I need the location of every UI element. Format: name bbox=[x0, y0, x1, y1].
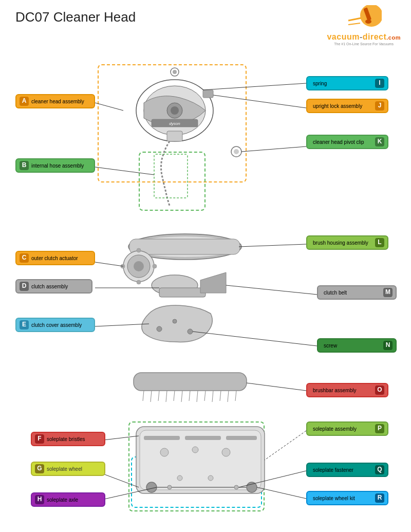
badge-A-text: cleaner head assembly bbox=[31, 98, 84, 105]
badge-O: brushbar assembly O bbox=[306, 383, 388, 397]
badge-E: E clutch cover assembly bbox=[15, 318, 95, 332]
badge-D: D clutch assembly bbox=[15, 279, 92, 293]
svg-line-79 bbox=[239, 471, 306, 487]
internal-hose-dashed-box bbox=[139, 152, 206, 211]
svg-rect-29 bbox=[159, 288, 206, 297]
badge-I: spring I bbox=[306, 76, 388, 90]
badge-P-letter: P bbox=[375, 424, 384, 433]
svg-point-32 bbox=[188, 329, 193, 334]
svg-line-73 bbox=[241, 146, 306, 152]
badge-I-letter: I bbox=[375, 79, 384, 88]
badge-E-text: clutch cover assembly bbox=[31, 322, 82, 328]
badge-F-letter: F bbox=[35, 434, 44, 444]
svg-line-78 bbox=[265, 431, 306, 460]
badge-Q-letter: Q bbox=[375, 465, 384, 474]
svg-rect-17 bbox=[154, 154, 188, 198]
svg-rect-55 bbox=[144, 436, 180, 440]
badge-H: H soleplate axle bbox=[31, 492, 105, 507]
svg-rect-49 bbox=[140, 430, 261, 490]
soleplate-wheel-dashed-box bbox=[131, 456, 262, 508]
badge-G-letter: G bbox=[35, 464, 44, 473]
svg-point-53 bbox=[177, 475, 182, 481]
svg-line-37 bbox=[158, 391, 159, 401]
svg-point-28 bbox=[152, 275, 198, 296]
badge-N-text: screw bbox=[324, 342, 337, 349]
svg-line-63 bbox=[95, 103, 123, 111]
svg-line-42 bbox=[197, 391, 198, 402]
badge-L: brush housing assembly L bbox=[306, 235, 388, 250]
svg-point-33 bbox=[173, 319, 177, 323]
svg-line-76 bbox=[193, 332, 317, 346]
svg-point-27 bbox=[153, 264, 157, 268]
badge-Q-text: soleplate fastener bbox=[313, 467, 353, 473]
badge-D-text: clutch assembly bbox=[31, 283, 68, 290]
badge-G: G soleplate wheel bbox=[31, 462, 105, 476]
svg-line-44 bbox=[212, 391, 213, 402]
badge-H-letter: H bbox=[35, 495, 44, 504]
badge-O-text: brushbar assembly bbox=[313, 387, 356, 394]
badge-M-letter: M bbox=[383, 288, 393, 297]
svg-point-7 bbox=[167, 103, 182, 118]
badge-N: screw N bbox=[317, 338, 397, 353]
svg-line-64 bbox=[95, 167, 154, 175]
badge-R: soleplate wheel kit R bbox=[306, 491, 388, 505]
svg-point-19 bbox=[131, 236, 239, 257]
badge-A: A cleaner head assembly bbox=[15, 94, 95, 108]
svg-point-24 bbox=[137, 248, 141, 252]
svg-point-58 bbox=[146, 482, 157, 492]
svg-line-74 bbox=[239, 244, 306, 247]
svg-line-80 bbox=[257, 487, 306, 499]
badge-I-text: spring bbox=[313, 80, 327, 87]
svg-line-43 bbox=[204, 391, 206, 401]
svg-point-23 bbox=[134, 261, 144, 271]
svg-text:dyson: dyson bbox=[169, 121, 180, 126]
badge-M: clutch belt M bbox=[317, 285, 397, 300]
badge-N-letter: N bbox=[383, 341, 393, 350]
badge-M-text: clutch belt bbox=[324, 289, 347, 296]
svg-point-26 bbox=[121, 264, 125, 268]
svg-point-4 bbox=[365, 20, 371, 24]
page-title: DC07 Cleaner Head bbox=[15, 9, 136, 25]
svg-rect-48 bbox=[136, 427, 265, 493]
badge-G-text: soleplate wheel bbox=[47, 466, 82, 472]
badge-K-text: cleaner head pivot clip bbox=[313, 139, 364, 145]
svg-line-35 bbox=[143, 391, 144, 401]
svg-line-77 bbox=[247, 383, 306, 391]
svg-line-47 bbox=[235, 391, 236, 401]
badge-R-letter: R bbox=[375, 493, 384, 503]
svg-rect-9 bbox=[167, 131, 182, 141]
badge-F: F soleplate bristles bbox=[31, 432, 105, 446]
svg-line-2 bbox=[348, 23, 360, 25]
svg-rect-14 bbox=[203, 90, 213, 98]
svg-rect-20 bbox=[129, 239, 240, 254]
svg-line-72 bbox=[213, 95, 306, 108]
svg-point-12 bbox=[171, 68, 179, 76]
svg-line-40 bbox=[181, 391, 182, 402]
badge-K: cleaner head pivot clip K bbox=[306, 135, 388, 149]
svg-point-52 bbox=[222, 448, 230, 456]
svg-rect-56 bbox=[185, 436, 221, 440]
svg-point-25 bbox=[137, 280, 141, 284]
logo-tagline: The #1 On-Line Source For Vacuums bbox=[327, 42, 401, 46]
badge-C: C outer clutch actuator bbox=[15, 251, 95, 265]
svg-line-71 bbox=[203, 83, 306, 90]
badge-O-letter: O bbox=[375, 386, 384, 395]
badge-B-text: internal hose assembly bbox=[31, 162, 84, 169]
svg-line-39 bbox=[174, 391, 175, 401]
svg-point-21 bbox=[123, 251, 154, 282]
badge-J-text: upright lock assembly bbox=[313, 103, 362, 109]
svg-line-36 bbox=[151, 391, 152, 402]
svg-line-65 bbox=[95, 262, 123, 266]
svg-point-0 bbox=[360, 5, 382, 27]
svg-marker-30 bbox=[200, 272, 226, 293]
svg-line-67 bbox=[95, 324, 149, 326]
svg-line-75 bbox=[226, 285, 317, 295]
badge-L-text: brush housing assembly bbox=[313, 240, 368, 246]
badge-Q: soleplate fastener Q bbox=[306, 463, 388, 477]
badge-L-letter: L bbox=[375, 238, 384, 247]
badge-P-text: soleplate assembly bbox=[313, 426, 357, 432]
cleaner-head-dashed-box bbox=[98, 64, 247, 182]
svg-point-5 bbox=[136, 80, 213, 141]
badge-H-text: soleplate axle bbox=[47, 497, 78, 503]
badge-R-text: soleplate wheel kit bbox=[313, 495, 355, 502]
